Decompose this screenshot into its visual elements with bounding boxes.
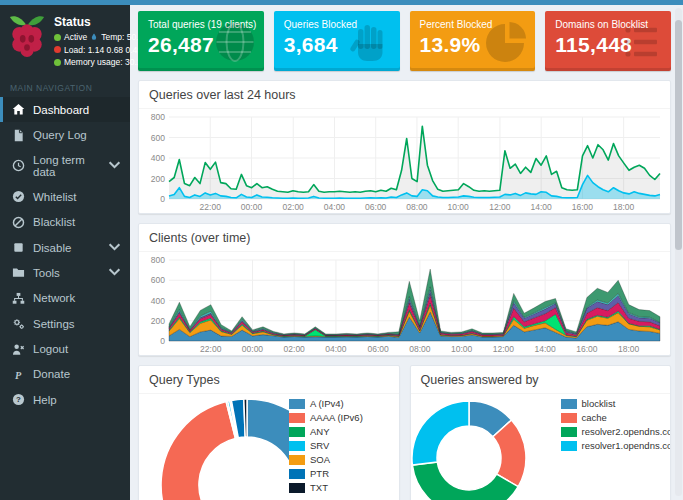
legend-swatch	[289, 413, 305, 423]
help-icon: ?	[12, 393, 25, 406]
legend-label: TXT	[310, 482, 328, 493]
donate-paypal-icon: P	[12, 368, 25, 381]
svg-text:10:00: 10:00	[448, 202, 470, 212]
legend-item[interactable]: PTR	[289, 468, 363, 479]
legend-swatch	[561, 399, 577, 409]
legend-swatch	[289, 427, 305, 437]
svg-text:00:00: 00:00	[242, 344, 264, 354]
legend-item[interactable]: resolver2.opendns.com	[561, 426, 672, 437]
network-icon	[12, 292, 25, 305]
legend-item[interactable]: SOA	[289, 454, 363, 465]
sidebar-item-tools[interactable]: Tools	[0, 260, 130, 285]
legend-item[interactable]: resolver1.opendns.com	[561, 440, 672, 451]
sidebar-item-network[interactable]: Network	[0, 286, 130, 311]
svg-text:800: 800	[151, 255, 165, 265]
svg-text:P: P	[15, 370, 22, 381]
pie-chart-icon	[484, 20, 528, 64]
chevron-down-icon	[108, 159, 121, 172]
svg-text:0: 0	[160, 336, 165, 346]
file-icon	[12, 129, 25, 142]
panel-title: Clients (over time)	[139, 224, 670, 252]
query-types-legend: A (IPv4) AAAA (IPv6) ANY SRV SOA PTR TXT	[289, 398, 363, 496]
legend-label: resolver2.opendns.com	[582, 426, 672, 437]
queries-over-time-chart[interactable]: 22:0000:0002:0004:0006:0008:0010:0012:00…	[143, 112, 664, 212]
sidebar-item-disable[interactable]: Disable	[0, 235, 130, 260]
panel-title: Queries over last 24 hours	[139, 81, 670, 109]
svg-text:02:00: 02:00	[283, 202, 305, 212]
stop-icon	[12, 241, 25, 254]
legend-label: cache	[582, 412, 607, 423]
pihole-raspberry-logo	[8, 13, 46, 59]
legend-item[interactable]: AAAA (IPv6)	[289, 412, 363, 423]
sidebar-item-whitelist[interactable]: Whitelist	[0, 184, 130, 209]
legend-label: blocklist	[582, 398, 616, 409]
main-navigation: Dashboard Query Log Long term data White…	[0, 97, 130, 413]
svg-text:18:00: 18:00	[613, 202, 635, 212]
sidebar-item-logout[interactable]: Logout	[0, 336, 130, 361]
sidebar-item-settings[interactable]: Settings	[0, 311, 130, 336]
legend-item[interactable]: cache	[561, 412, 672, 423]
svg-text:00:00: 00:00	[241, 202, 263, 212]
legend-item[interactable]: ANY	[289, 426, 363, 437]
sidebar-item-blacklist[interactable]: Blacklist	[0, 210, 130, 235]
bottom-panels-row: Query Types A (IPv4) AAAA (IPv6) ANY SRV…	[138, 356, 671, 500]
summary-cards-row: Total queries (19 clients) 26,487 Querie…	[138, 11, 671, 71]
sidebar-item-help[interactable]: ? Help	[0, 387, 130, 412]
folder-icon	[12, 266, 25, 279]
legend-item[interactable]: TXT	[289, 482, 363, 493]
legend-label: ANY	[310, 426, 330, 437]
temperature-icon	[90, 32, 98, 42]
queries-answered-donut-chart[interactable]	[411, 394, 561, 500]
legend-label: AAAA (IPv6)	[310, 412, 363, 423]
query-types-panel: Query Types A (IPv4) AAAA (IPv6) ANY SRV…	[138, 365, 400, 500]
queries-over-time-panel: Queries over last 24 hours 22:0000:0002:…	[138, 80, 671, 214]
queries-blocked-card: Queries Blocked 3,684	[274, 11, 400, 71]
sidebar-item-long-term-data[interactable]: Long term data	[0, 148, 130, 184]
sidebar-item-label: Help	[33, 394, 57, 406]
scrollbar-thumb[interactable]	[675, 20, 682, 250]
clients-over-time-chart[interactable]: 22:0000:0002:0004:0006:0008:0010:0012:00…	[143, 255, 664, 354]
svg-text:14:00: 14:00	[534, 344, 556, 354]
sidebar: Status Active Temp: 50.8 °C Load: 1.14 0…	[0, 5, 130, 500]
svg-text:12:00: 12:00	[493, 344, 515, 354]
chevron-down-icon	[108, 266, 121, 279]
sidebar-item-label: Query Log	[33, 129, 87, 141]
svg-text:08:00: 08:00	[409, 344, 431, 354]
svg-text:600: 600	[151, 133, 165, 143]
legend-swatch	[561, 441, 577, 451]
list-icon	[620, 20, 664, 64]
sidebar-item-dashboard[interactable]: Dashboard	[0, 97, 130, 122]
legend-item[interactable]: blocklist	[561, 398, 672, 409]
hand-icon	[349, 20, 393, 64]
svg-text:16:00: 16:00	[576, 344, 598, 354]
svg-text:10:00: 10:00	[451, 344, 473, 354]
svg-text:22:00: 22:00	[200, 344, 222, 354]
svg-text:06:00: 06:00	[368, 344, 390, 354]
legend-label: PTR	[310, 468, 329, 479]
svg-text:14:00: 14:00	[531, 202, 553, 212]
load-status-dot	[54, 46, 61, 53]
chevron-down-icon	[108, 241, 121, 254]
page-scrollbar[interactable]	[675, 8, 682, 496]
legend-swatch	[289, 455, 305, 465]
svg-text:400: 400	[151, 153, 165, 163]
svg-text:600: 600	[151, 275, 165, 285]
percent-blocked-card: Percent Blocked 13.9%	[410, 11, 536, 71]
svg-text:16:00: 16:00	[572, 202, 594, 212]
svg-text:08:00: 08:00	[406, 202, 428, 212]
sidebar-item-donate[interactable]: P Donate	[0, 362, 130, 387]
legend-item[interactable]: A (IPv4)	[289, 398, 363, 409]
total-queries-card: Total queries (19 clients) 26,487	[138, 11, 264, 71]
legend-swatch	[561, 427, 577, 437]
answered-by-legend: blocklist cache resolver2.opendns.com re…	[561, 398, 672, 454]
clock-icon	[12, 159, 25, 172]
legend-item[interactable]: SRV	[289, 440, 363, 451]
svg-text:400: 400	[151, 296, 165, 306]
ban-icon	[12, 216, 25, 229]
query-types-donut-chart[interactable]	[139, 394, 289, 500]
legend-swatch	[289, 469, 305, 479]
sidebar-item-label: Tools	[33, 267, 60, 279]
svg-text:?: ?	[16, 396, 21, 405]
sidebar-item-query-log[interactable]: Query Log	[0, 122, 130, 147]
active-status-dot	[54, 34, 61, 41]
